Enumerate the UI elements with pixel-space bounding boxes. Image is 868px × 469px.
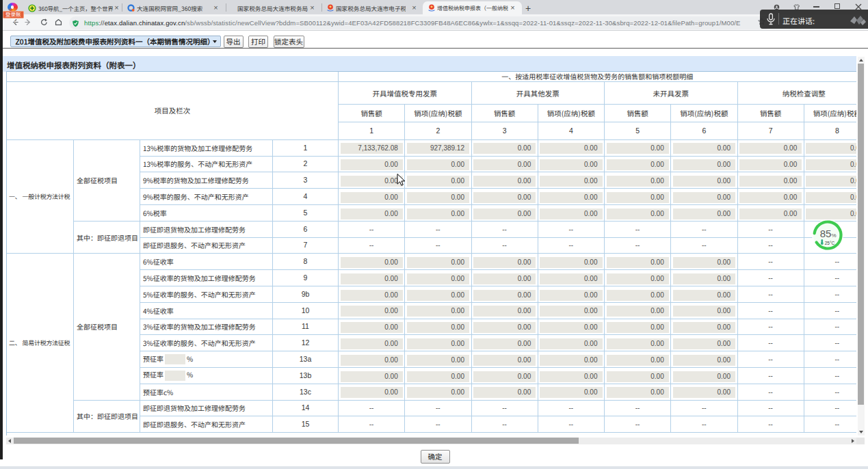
svg-text:%: % xyxy=(831,232,836,239)
svg-text:85: 85 xyxy=(820,228,832,239)
svg-text:25°C: 25°C xyxy=(825,241,835,245)
